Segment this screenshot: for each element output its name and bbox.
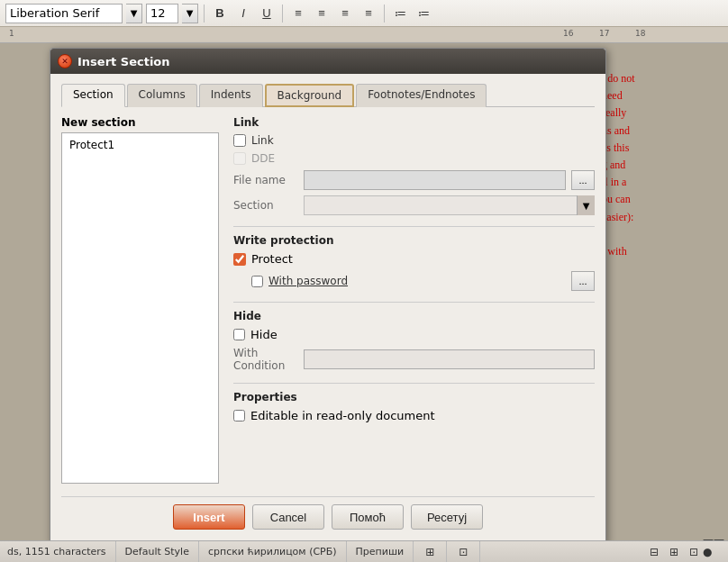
statusbar-style: Default Style (116, 541, 199, 562)
divider-1 (233, 226, 595, 227)
mode-label: Препиши (356, 546, 405, 557)
password-browse-icon: ... (578, 276, 587, 286)
align-right-button[interactable]: ≡ (335, 4, 355, 23)
toolbar-separator-2 (282, 5, 283, 23)
protect-checkbox[interactable] (233, 253, 246, 266)
statusbar-change-icon: ⊡ (447, 541, 480, 562)
doc-line-8: ou can (602, 191, 719, 208)
help-button[interactable]: Помоћ (332, 504, 404, 530)
protect-label: Protect (251, 252, 293, 266)
dialog-titlebar: ✕ Insert Section (50, 49, 605, 74)
statusbar: ds, 1151 characters Default Style српски… (0, 540, 728, 562)
ruler-num-18: 18 (635, 29, 645, 38)
ruler-content: 1 16 17 18 (5, 27, 723, 42)
reset-button[interactable]: Ресетуј (411, 504, 483, 530)
with-password-checkbox[interactable] (251, 276, 263, 287)
zoom-slider[interactable]: ——●—— (706, 545, 721, 559)
tab-section-label: Section (73, 88, 114, 101)
layout-icon-2[interactable]: ⊞ (667, 545, 681, 559)
doc-line-9: easier): (602, 209, 719, 226)
statusbar-right: ⊟ ⊞ ⊡ ——●—— (647, 545, 721, 559)
condition-input[interactable] (304, 349, 595, 369)
underline-button[interactable]: U (257, 4, 277, 23)
tab-footnotes[interactable]: Footnotes/Endnotes (356, 84, 487, 107)
tab-footnotes-label: Footnotes/Endnotes (368, 88, 475, 101)
divider-2 (233, 302, 595, 303)
ordered-list-button[interactable]: ≔ (390, 4, 410, 23)
font-size-dropdown-arrow[interactable]: ▼ (182, 4, 198, 23)
hide-label: Hide (250, 328, 278, 341)
section-panel: New section Protect1 (61, 116, 219, 484)
italic-button[interactable]: I (233, 4, 253, 23)
insert-button[interactable]: Insert (173, 504, 245, 530)
link-checkbox-label: Link (251, 134, 274, 147)
file-name-browse-button[interactable]: ... (571, 170, 595, 190)
link-checkbox-row: Link (233, 134, 595, 147)
editable-checkbox[interactable] (233, 410, 245, 422)
document-area: t do not need really ns and es this g an… (0, 43, 728, 540)
font-size-box[interactable]: 12 (146, 4, 178, 23)
tab-section[interactable]: Section (61, 84, 125, 107)
tab-indents[interactable]: Indents (199, 84, 263, 107)
align-center-button[interactable]: ≡ (312, 4, 332, 23)
close-button[interactable]: ✕ (58, 54, 72, 68)
divider-3 (233, 383, 595, 384)
file-name-label: File name (233, 174, 298, 186)
dialog-body: Section Columns Indents Background Footn… (50, 74, 605, 544)
bold-button[interactable]: B (210, 4, 230, 23)
section-dropdown-select[interactable] (304, 195, 595, 215)
section-panel-label: New section (61, 116, 219, 129)
insert-mode-icon: ⊞ (423, 545, 437, 559)
statusbar-language: српски ћирилицом (СРБ) (199, 541, 347, 562)
toolbar: Liberation Serif ▼ 12 ▼ B I U ≡ ≡ ≡ ≡ ≔ … (0, 0, 728, 27)
link-group-label: Link (233, 116, 595, 129)
layout-icon-1[interactable]: ⊟ (647, 545, 661, 559)
section-dropdown-row: Section ▼ (233, 195, 595, 215)
font-name-label: Liberation Serif (10, 6, 99, 20)
statusbar-mode: Препиши (347, 541, 414, 562)
doc-line-3: really (602, 104, 719, 122)
write-protection-label: Write protection (233, 234, 595, 247)
tab-columns[interactable]: Columns (127, 84, 197, 107)
toolbar-separator-3 (384, 5, 385, 23)
password-browse-button[interactable]: ... (571, 271, 595, 291)
document-text-right: t do not need really ns and es this g an… (602, 70, 719, 260)
password-row: With password ... (233, 271, 595, 291)
tab-indents-label: Indents (211, 88, 251, 101)
font-size-label: 12 (150, 6, 166, 20)
editable-checkbox-row: Editable in read-only document (233, 409, 595, 422)
doc-line-2: need (602, 87, 719, 104)
tab-bar: Section Columns Indents Background Footn… (61, 83, 595, 107)
browse-icon: ... (578, 175, 587, 186)
insert-section-dialog: ✕ Insert Section Section Columns Indents… (50, 48, 606, 545)
font-name-dropdown-arrow[interactable]: ▼ (126, 4, 142, 23)
hide-checkbox[interactable] (233, 329, 245, 340)
align-left-button[interactable]: ≡ (288, 4, 308, 23)
file-name-row: File name ... (233, 170, 595, 190)
doc-line-5: es this (602, 140, 719, 157)
section-dropdown-label: Section (233, 199, 298, 212)
cancel-button[interactable]: Cancel (252, 504, 324, 530)
dialog-content: New section Protect1 Link Link DD (61, 116, 595, 484)
ruler-num-17: 17 (599, 29, 609, 38)
word-count-label: ds, 1151 characters (7, 546, 106, 557)
align-justify-button[interactable]: ≡ (359, 4, 378, 23)
protect-checkbox-row: Protect (233, 252, 595, 266)
statusbar-word-count: ds, 1151 characters (7, 541, 116, 562)
font-name-box[interactable]: Liberation Serif (5, 4, 123, 23)
dialog-title: Insert Section (77, 55, 170, 68)
language-label: српски ћирилицом (СРБ) (208, 546, 337, 557)
layout-icon-3[interactable]: ⊡ (687, 545, 701, 559)
section-list[interactable]: Protect1 (61, 132, 219, 484)
tab-background[interactable]: Background (265, 84, 355, 107)
dde-checkbox[interactable] (233, 152, 246, 165)
unordered-list-button[interactable]: ≔ (414, 4, 433, 23)
section-list-item[interactable]: Protect1 (66, 137, 214, 153)
properties-label: Properties (233, 391, 595, 403)
dialog-buttons: Insert Cancel Помоћ Ресетуј (61, 496, 595, 533)
file-name-input[interactable] (304, 170, 566, 190)
doc-line-6: g and (602, 157, 719, 174)
style-label: Default Style (125, 546, 189, 557)
toolbar-separator-1 (204, 5, 205, 23)
link-checkbox[interactable] (233, 134, 246, 147)
